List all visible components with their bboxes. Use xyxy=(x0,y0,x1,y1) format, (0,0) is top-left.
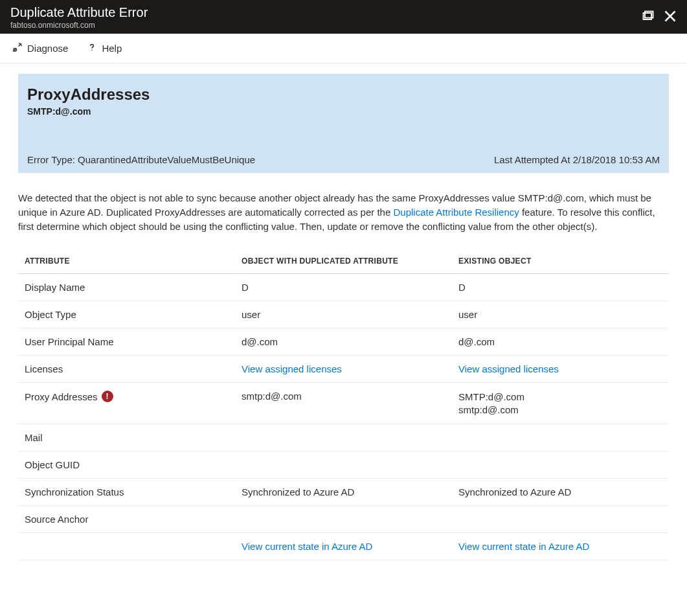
existing-cell: SMTP:d@.comsmtp:d@.com xyxy=(452,383,669,424)
attribute-label: Object Type xyxy=(25,309,76,320)
existing-cell: user xyxy=(452,301,669,328)
attribute-comparison-table: ATTRIBUTE OBJECT WITH DUPLICATED ATTRIBU… xyxy=(18,251,669,560)
attribute-label: User Principal Name xyxy=(25,336,114,347)
error-description: We detected that the object is not able … xyxy=(18,191,669,233)
header-left: Duplicate Attribute Error fabtoso.onmicr… xyxy=(10,5,148,30)
attribute-label: Display Name xyxy=(25,282,85,293)
existing-cell xyxy=(452,506,669,533)
error-subheading: SMTP:d@.com xyxy=(27,106,660,117)
close-icon[interactable] xyxy=(664,10,677,25)
attribute-label: Object GUID xyxy=(25,459,80,470)
help-icon xyxy=(86,41,98,55)
existing-value: smtp:d@.com xyxy=(458,404,662,416)
table-row: Object Typeuseruser xyxy=(18,301,669,328)
help-label: Help xyxy=(102,43,122,54)
attribute-cell: Display Name xyxy=(18,274,235,301)
duplicated-link[interactable]: View current state in Azure AD xyxy=(242,541,372,552)
svg-point-5 xyxy=(92,50,93,51)
attribute-cell: Synchronization Status xyxy=(18,479,235,506)
error-icon: ! xyxy=(102,391,113,402)
attribute-label: Source Anchor xyxy=(25,514,88,525)
table-row: Mail xyxy=(18,424,669,451)
diagnose-button[interactable]: Diagnose xyxy=(12,41,68,55)
command-bar: Diagnose Help xyxy=(0,34,687,63)
attribute-label: Mail xyxy=(25,432,43,443)
table-row: Display NameDD xyxy=(18,274,669,301)
attribute-cell xyxy=(18,533,235,560)
table-row: LicensesView assigned licensesView assig… xyxy=(18,356,669,383)
window-subtitle: fabtoso.onmicrosoft.com xyxy=(10,21,148,30)
last-attempted-label: Last Attempted At 2/18/2018 10:53 AM xyxy=(494,154,660,165)
table-header-attribute: ATTRIBUTE xyxy=(18,251,235,274)
attribute-label: Synchronization Status xyxy=(25,486,124,497)
existing-cell xyxy=(452,451,669,479)
attribute-cell: Object GUID xyxy=(18,451,235,479)
existing-cell: View current state in Azure AD xyxy=(452,533,669,560)
window-titlebar: Duplicate Attribute Error fabtoso.onmicr… xyxy=(0,0,687,34)
window-controls xyxy=(642,10,677,25)
existing-cell: d@.com xyxy=(452,328,669,356)
duplicated-cell: View assigned licenses xyxy=(235,356,452,383)
attribute-cell: Proxy Addresses! xyxy=(18,383,235,424)
duplicated-cell: user xyxy=(235,301,452,328)
duplicated-cell: smtp:d@.com xyxy=(235,383,452,424)
attribute-label: Proxy Addresses xyxy=(25,391,98,402)
error-heading: ProxyAddresses xyxy=(27,86,660,104)
attribute-cell: Source Anchor xyxy=(18,506,235,533)
error-footer-row: Error Type: QuarantinedAttributeValueMus… xyxy=(27,154,660,165)
table-row: Object GUID xyxy=(18,451,669,479)
existing-cell xyxy=(452,424,669,451)
table-row: Source Anchor xyxy=(18,506,669,533)
attribute-cell: Licenses xyxy=(18,356,235,383)
duplicate-attribute-resiliency-link[interactable]: Duplicate Attribute Resiliency xyxy=(393,207,519,218)
duplicated-link[interactable]: View assigned licenses xyxy=(242,363,342,374)
attribute-cell: Object Type xyxy=(18,301,235,328)
existing-value: SMTP:d@.com xyxy=(458,391,662,404)
wrench-icon xyxy=(12,41,23,55)
duplicated-cell xyxy=(235,451,452,479)
table-header-existing: EXISTING OBJECT xyxy=(452,251,669,274)
table-row: User Principal Named@.comd@.com xyxy=(18,328,669,356)
duplicated-cell: d@.com xyxy=(235,328,452,356)
existing-link[interactable]: View current state in Azure AD xyxy=(458,541,589,552)
attribute-label: Licenses xyxy=(25,363,63,374)
content-area: ProxyAddresses SMTP:d@.com Error Type: Q… xyxy=(0,63,687,571)
table-row: View current state in Azure ADView curre… xyxy=(18,533,669,560)
duplicated-cell xyxy=(235,506,452,533)
help-button[interactable]: Help xyxy=(86,41,122,55)
existing-cell: View assigned licenses xyxy=(452,356,669,383)
table-row: Synchronization StatusSynchronized to Az… xyxy=(18,479,669,506)
restore-icon[interactable] xyxy=(642,10,655,25)
duplicated-cell: Synchronized to Azure AD xyxy=(235,479,452,506)
duplicated-cell xyxy=(235,424,452,451)
window-title: Duplicate Attribute Error xyxy=(10,5,148,20)
existing-cell: D xyxy=(452,274,669,301)
duplicated-cell: View current state in Azure AD xyxy=(235,533,452,560)
existing-link[interactable]: View assigned licenses xyxy=(458,363,559,374)
existing-cell: Synchronized to Azure AD xyxy=(452,479,669,506)
diagnose-label: Diagnose xyxy=(27,43,68,54)
attribute-cell: Mail xyxy=(18,424,235,451)
error-summary-box: ProxyAddresses SMTP:d@.com Error Type: Q… xyxy=(18,74,669,173)
table-row: Proxy Addresses!smtp:d@.comSMTP:d@.comsm… xyxy=(18,383,669,424)
attribute-cell: User Principal Name xyxy=(18,328,235,356)
table-body: Display NameDDObject TypeuseruserUser Pr… xyxy=(18,274,669,560)
duplicated-cell: D xyxy=(235,274,452,301)
table-header-duplicated: OBJECT WITH DUPLICATED ATTRIBUTE xyxy=(235,251,452,274)
error-type-label: Error Type: QuarantinedAttributeValueMus… xyxy=(27,154,255,165)
